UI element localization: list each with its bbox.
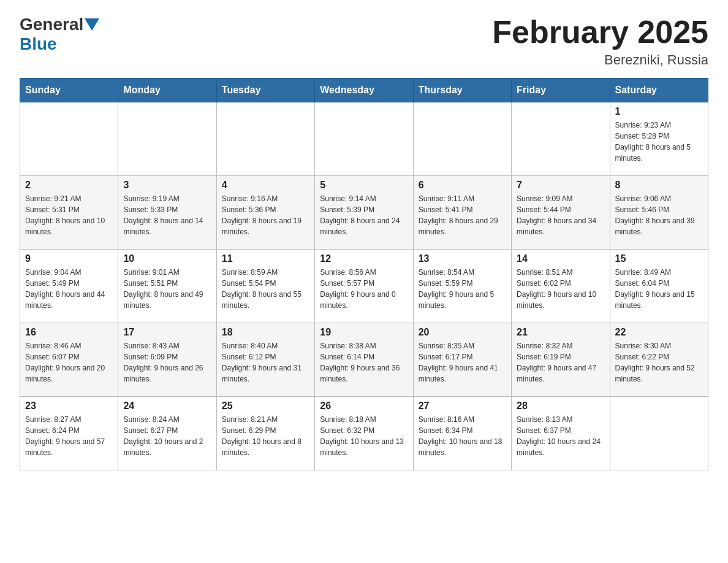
- title-section: February 2025 Berezniki, Russia: [492, 15, 708, 68]
- calendar-cell: 3Sunrise: 9:19 AMSunset: 5:33 PMDaylight…: [118, 176, 216, 250]
- calendar-cell: [118, 102, 216, 176]
- calendar-cell: 25Sunrise: 8:21 AMSunset: 6:29 PMDayligh…: [216, 397, 314, 470]
- calendar-cell: 26Sunrise: 8:18 AMSunset: 6:32 PMDayligh…: [315, 397, 413, 470]
- day-number: 4: [222, 180, 309, 191]
- day-info: Sunrise: 8:38 AMSunset: 6:14 PMDaylight:…: [320, 340, 408, 385]
- calendar-cell: 10Sunrise: 9:01 AMSunset: 5:51 PMDayligh…: [118, 250, 216, 323]
- day-info: Sunrise: 9:16 AMSunset: 5:36 PMDaylight:…: [222, 193, 309, 237]
- day-number: 19: [320, 327, 408, 338]
- day-number: 21: [517, 327, 604, 338]
- calendar-cell: 14Sunrise: 8:51 AMSunset: 6:02 PMDayligh…: [512, 250, 610, 323]
- calendar-cell: 23Sunrise: 8:27 AMSunset: 6:24 PMDayligh…: [20, 397, 118, 470]
- calendar-cell: 17Sunrise: 8:43 AMSunset: 6:09 PMDayligh…: [118, 323, 216, 397]
- day-info: Sunrise: 8:21 AMSunset: 6:29 PMDaylight:…: [222, 414, 309, 458]
- calendar-cell: [413, 102, 511, 176]
- day-info: Sunrise: 8:13 AMSunset: 6:37 PMDaylight:…: [517, 414, 604, 458]
- calendar-cell: [512, 102, 610, 176]
- calendar-header-row: Sunday Monday Tuesday Wednesday Thursday…: [20, 79, 708, 102]
- day-info: Sunrise: 8:27 AMSunset: 6:24 PMDaylight:…: [25, 414, 113, 458]
- calendar-cell: 20Sunrise: 8:35 AMSunset: 6:17 PMDayligh…: [413, 323, 511, 397]
- month-title: February 2025: [492, 15, 708, 50]
- day-info: Sunrise: 8:54 AMSunset: 5:59 PMDaylight:…: [419, 267, 506, 311]
- calendar-cell: 19Sunrise: 8:38 AMSunset: 6:14 PMDayligh…: [315, 323, 413, 397]
- day-number: 13: [419, 253, 506, 264]
- logo-general-text: General: [20, 15, 83, 34]
- day-number: 3: [123, 180, 211, 191]
- day-number: 18: [222, 327, 309, 338]
- col-thursday: Thursday: [413, 79, 511, 102]
- calendar-cell: 15Sunrise: 8:49 AMSunset: 6:04 PMDayligh…: [610, 250, 708, 323]
- day-number: 14: [517, 253, 604, 264]
- day-number: 22: [615, 327, 703, 338]
- day-number: 9: [25, 253, 113, 264]
- day-number: 25: [222, 400, 309, 412]
- calendar-cell: 9Sunrise: 9:04 AMSunset: 5:49 PMDaylight…: [20, 250, 118, 323]
- col-saturday: Saturday: [610, 79, 708, 102]
- day-number: 17: [123, 327, 211, 338]
- calendar-cell: 5Sunrise: 9:14 AMSunset: 5:39 PMDaylight…: [315, 176, 413, 250]
- calendar-cell: [315, 102, 413, 176]
- day-number: 26: [320, 400, 408, 412]
- day-number: 15: [615, 253, 703, 264]
- calendar-cell: [610, 397, 708, 470]
- week-row-2: 2Sunrise: 9:21 AMSunset: 5:31 PMDaylight…: [20, 176, 708, 250]
- day-info: Sunrise: 8:30 AMSunset: 6:22 PMDaylight:…: [615, 340, 703, 385]
- week-row-3: 9Sunrise: 9:04 AMSunset: 5:49 PMDaylight…: [20, 250, 708, 323]
- day-number: 2: [25, 180, 113, 191]
- day-info: Sunrise: 8:35 AMSunset: 6:17 PMDaylight:…: [419, 340, 506, 385]
- logo-blue-text: Blue: [20, 34, 57, 53]
- day-number: 10: [123, 253, 211, 264]
- week-row-4: 16Sunrise: 8:46 AMSunset: 6:07 PMDayligh…: [20, 323, 708, 397]
- page-header: General Blue February 2025 Berezniki, Ru…: [20, 15, 708, 68]
- col-monday: Monday: [118, 79, 216, 102]
- calendar-cell: 1Sunrise: 9:23 AMSunset: 5:28 PMDaylight…: [610, 102, 708, 176]
- day-info: Sunrise: 9:01 AMSunset: 5:51 PMDaylight:…: [123, 267, 211, 311]
- calendar-cell: 12Sunrise: 8:56 AMSunset: 5:57 PMDayligh…: [315, 250, 413, 323]
- day-info: Sunrise: 9:09 AMSunset: 5:44 PMDaylight:…: [517, 193, 604, 237]
- calendar-cell: 13Sunrise: 8:54 AMSunset: 5:59 PMDayligh…: [413, 250, 511, 323]
- day-info: Sunrise: 8:18 AMSunset: 6:32 PMDaylight:…: [320, 414, 408, 458]
- day-info: Sunrise: 9:06 AMSunset: 5:46 PMDaylight:…: [615, 193, 703, 237]
- calendar-cell: 16Sunrise: 8:46 AMSunset: 6:07 PMDayligh…: [20, 323, 118, 397]
- day-info: Sunrise: 8:40 AMSunset: 6:12 PMDaylight:…: [222, 340, 309, 385]
- day-info: Sunrise: 8:32 AMSunset: 6:19 PMDaylight:…: [517, 340, 604, 385]
- day-number: 5: [320, 180, 408, 191]
- day-number: 11: [222, 253, 309, 264]
- day-info: Sunrise: 8:24 AMSunset: 6:27 PMDaylight:…: [123, 414, 211, 458]
- day-info: Sunrise: 9:21 AMSunset: 5:31 PMDaylight:…: [25, 193, 113, 237]
- day-number: 27: [419, 400, 506, 412]
- week-row-5: 23Sunrise: 8:27 AMSunset: 6:24 PMDayligh…: [20, 397, 708, 470]
- day-info: Sunrise: 9:19 AMSunset: 5:33 PMDaylight:…: [123, 193, 211, 237]
- location: Berezniki, Russia: [492, 52, 708, 68]
- day-number: 20: [419, 327, 506, 338]
- col-sunday: Sunday: [20, 79, 118, 102]
- logo: General Blue: [20, 15, 100, 54]
- day-info: Sunrise: 8:16 AMSunset: 6:34 PMDaylight:…: [419, 414, 506, 458]
- day-info: Sunrise: 9:14 AMSunset: 5:39 PMDaylight:…: [320, 193, 408, 237]
- calendar-cell: 27Sunrise: 8:16 AMSunset: 6:34 PMDayligh…: [413, 397, 511, 470]
- calendar-cell: [216, 102, 314, 176]
- calendar-cell: 11Sunrise: 8:59 AMSunset: 5:54 PMDayligh…: [216, 250, 314, 323]
- calendar-cell: 4Sunrise: 9:16 AMSunset: 5:36 PMDaylight…: [216, 176, 314, 250]
- calendar-cell: 21Sunrise: 8:32 AMSunset: 6:19 PMDayligh…: [512, 323, 610, 397]
- calendar-cell: [20, 102, 118, 176]
- day-number: 6: [419, 180, 506, 191]
- day-number: 16: [25, 327, 113, 338]
- day-number: 8: [615, 180, 703, 191]
- day-info: Sunrise: 8:59 AMSunset: 5:54 PMDaylight:…: [222, 267, 309, 311]
- calendar-cell: 6Sunrise: 9:11 AMSunset: 5:41 PMDaylight…: [413, 176, 511, 250]
- day-number: 7: [517, 180, 604, 191]
- day-number: 24: [123, 400, 211, 412]
- day-info: Sunrise: 8:56 AMSunset: 5:57 PMDaylight:…: [320, 267, 408, 311]
- calendar-cell: 2Sunrise: 9:21 AMSunset: 5:31 PMDaylight…: [20, 176, 118, 250]
- day-info: Sunrise: 8:51 AMSunset: 6:02 PMDaylight:…: [517, 267, 604, 311]
- day-info: Sunrise: 9:04 AMSunset: 5:49 PMDaylight:…: [25, 267, 113, 311]
- calendar-cell: 18Sunrise: 8:40 AMSunset: 6:12 PMDayligh…: [216, 323, 314, 397]
- col-tuesday: Tuesday: [216, 79, 314, 102]
- col-friday: Friday: [512, 79, 610, 102]
- calendar-cell: 28Sunrise: 8:13 AMSunset: 6:37 PMDayligh…: [512, 397, 610, 470]
- day-number: 28: [517, 400, 604, 412]
- calendar-cell: 22Sunrise: 8:30 AMSunset: 6:22 PMDayligh…: [610, 323, 708, 397]
- logo-triangle-icon: [85, 18, 99, 31]
- calendar-cell: 24Sunrise: 8:24 AMSunset: 6:27 PMDayligh…: [118, 397, 216, 470]
